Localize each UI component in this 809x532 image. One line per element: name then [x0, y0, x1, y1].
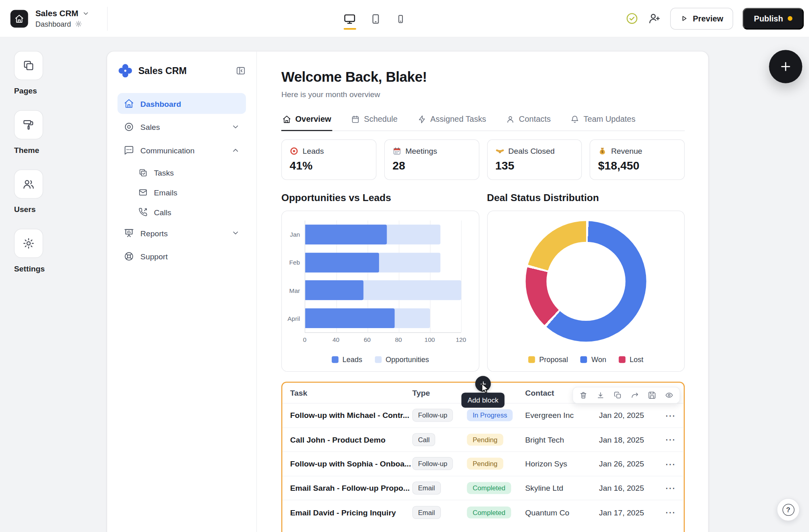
nav-subitem-emails[interactable]: Emails — [118, 183, 246, 201]
nav-item-sales[interactable]: Sales — [118, 117, 246, 137]
users-tile[interactable] — [14, 170, 43, 199]
app-switcher[interactable]: Sales CRM — [35, 9, 89, 18]
status-cell: Pending — [467, 458, 525, 470]
app-meta: Sales CRM Dashboard — [35, 9, 89, 28]
eye-icon — [665, 391, 673, 400]
donut-chart-block[interactable]: ProposalWonLost — [487, 211, 685, 372]
nav-item-reports[interactable]: Reports — [118, 223, 246, 243]
row-more-button[interactable]: ⋯ — [665, 435, 676, 445]
leads-bar — [305, 280, 364, 300]
tab-label: Assigned Tasks — [430, 114, 486, 124]
add-section-fab[interactable] — [769, 50, 802, 83]
nav-subitem-calls[interactable]: Calls — [118, 203, 246, 221]
rail-item-settings[interactable]: Settings — [14, 229, 107, 273]
stat-value: $18,450 — [598, 159, 677, 172]
topbar-right: Preview Publish — [626, 8, 809, 30]
nav-subitem-tasks[interactable]: Tasks — [118, 163, 246, 182]
monitor-icon — [343, 12, 356, 25]
legend-label: Lost — [630, 355, 644, 364]
redo-arrow-icon — [631, 391, 639, 400]
duplicate-block-button[interactable] — [614, 391, 622, 400]
x-tick-label: 60 — [364, 336, 371, 343]
tab-schedule[interactable]: Schedule — [350, 110, 398, 131]
status-cell: Completed — [467, 482, 525, 494]
app-main: Welcome Back, Blake! Here is your month … — [257, 51, 708, 532]
type-badge: Follow-up — [412, 409, 453, 422]
bar-legend: LeadsOpportunities — [282, 355, 479, 364]
visibility-block-button[interactable] — [665, 391, 673, 400]
table-row[interactable]: Call John - Product DemoCallPendingBrigh… — [282, 428, 684, 452]
help-button[interactable]: ? — [777, 498, 800, 521]
y-axis-label: Feb — [287, 248, 305, 276]
type-cell: Email — [412, 506, 467, 519]
settings-tile[interactable] — [14, 229, 43, 258]
task-cell: Email Sarah - Follow-up Propo... — [290, 483, 412, 492]
app-sidebar: Sales CRM Dashboard Sales Communication — [107, 51, 257, 532]
nav-item-communication[interactable]: Communication — [118, 140, 246, 161]
calendar-icon — [351, 114, 360, 123]
bell-icon — [570, 114, 579, 123]
sidebar-collapse-button[interactable] — [235, 66, 246, 76]
tab-label: Contacts — [519, 114, 551, 124]
row-more-button[interactable]: ⋯ — [665, 458, 676, 469]
plus-icon — [779, 60, 792, 73]
contact-cell: Quantum Co — [525, 508, 599, 517]
legend-item: Lost — [619, 355, 644, 364]
tab-assigned-tasks[interactable]: Assigned Tasks — [416, 110, 487, 131]
app-logo-text: Sales CRM — [138, 65, 231, 76]
theme-tile[interactable] — [14, 110, 43, 140]
delete-block-button[interactable] — [579, 391, 588, 400]
mobile-view-button[interactable] — [395, 0, 406, 38]
gear-icon — [22, 237, 35, 250]
row-more-button[interactable]: ⋯ — [665, 483, 676, 493]
status-badge: Pending — [467, 434, 503, 446]
tasks-table-block[interactable]: Add block Task Type Contact Due Date — [281, 382, 684, 532]
table-row[interactable]: Follow-up with Sophia - Onboa...Follow-u… — [282, 452, 684, 476]
nav-label: Emails — [154, 188, 177, 197]
preview-button[interactable]: Preview — [670, 8, 733, 30]
home-button[interactable] — [11, 10, 28, 28]
legend-label: Won — [591, 355, 606, 364]
contact-cell: Bright Tech — [525, 435, 599, 444]
tab-label: Schedule — [364, 114, 398, 124]
tablet-icon — [370, 13, 382, 25]
tab-team-updates[interactable]: Team Updates — [570, 110, 637, 131]
tab-overview[interactable]: Overview — [281, 110, 332, 131]
stat-card-deals-closed[interactable]: Deals Closed 135 — [487, 139, 582, 180]
stat-cards: Leads 41% Meetings 28 Deals Closed — [281, 139, 684, 180]
row-more-button[interactable]: ⋯ — [665, 410, 676, 421]
saved-status-button[interactable] — [626, 12, 639, 25]
tablet-view-button[interactable] — [370, 0, 382, 38]
row-more-button[interactable]: ⋯ — [665, 507, 676, 518]
x-tick-label: 120 — [456, 336, 466, 343]
leads-bar — [305, 225, 387, 244]
add-block-button[interactable] — [475, 376, 491, 392]
publish-button[interactable]: Publish — [743, 8, 804, 30]
page-name: Dashboard — [35, 20, 71, 28]
rail-item-theme[interactable]: Theme — [14, 110, 107, 155]
bar-chart-block[interactable]: JanFebMarApril 0406080100120 LeadsOpport… — [281, 211, 479, 372]
column-header-task: Task — [290, 388, 412, 397]
table-row[interactable]: Email David - Pricing InquiryEmailComple… — [282, 500, 684, 525]
tab-contacts[interactable]: Contacts — [505, 110, 552, 131]
page-selector[interactable]: Dashboard — [35, 20, 89, 28]
task-cell: Email David - Pricing Inquiry — [290, 508, 412, 517]
stat-card-leads[interactable]: Leads 41% — [281, 139, 376, 180]
invite-user-button[interactable] — [648, 12, 661, 25]
desktop-view-button[interactable] — [343, 0, 356, 38]
download-block-button[interactable] — [596, 391, 605, 400]
rail-item-pages[interactable]: Pages — [14, 51, 107, 95]
rail-item-users[interactable]: Users — [14, 170, 107, 214]
status-cell: In Progress — [467, 409, 525, 422]
move-block-button[interactable] — [631, 391, 639, 400]
nav-item-support[interactable]: Support — [118, 246, 246, 267]
stat-card-meetings[interactable]: Meetings 28 — [384, 139, 479, 180]
table-row[interactable]: Email Sarah - Follow-up Propo...EmailCom… — [282, 476, 684, 500]
save-block-button[interactable] — [648, 391, 657, 400]
stat-label: Deals Closed — [508, 146, 555, 155]
stat-card-revenue[interactable]: $ Revenue $18,450 — [590, 139, 685, 180]
app-nav: Dashboard Sales Communication Tasks — [118, 93, 246, 267]
pages-tile[interactable] — [14, 51, 43, 80]
nav-item-dashboard[interactable]: Dashboard — [118, 93, 246, 114]
play-icon — [680, 15, 688, 22]
